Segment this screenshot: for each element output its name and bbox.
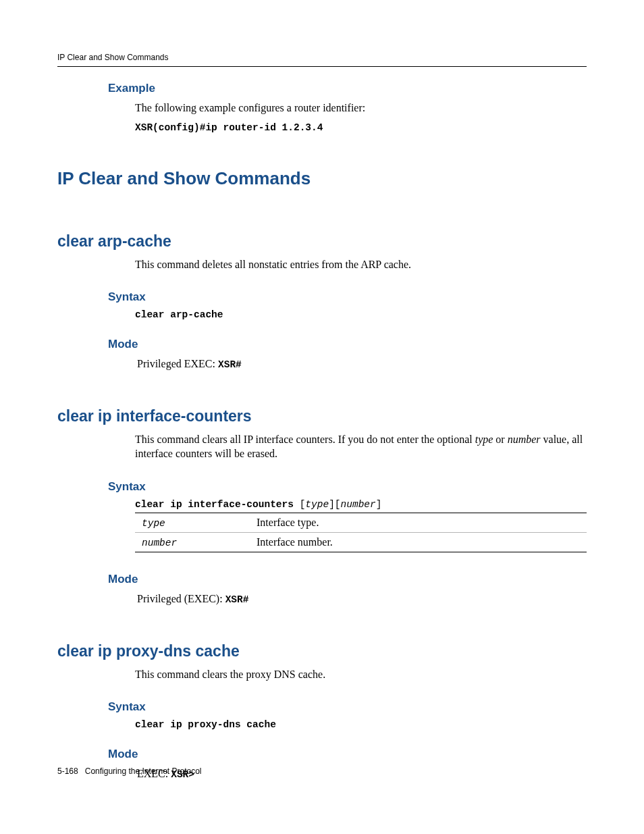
dns-mode-text: EXEC: XSR> bbox=[137, 766, 587, 782]
dns-desc: This command clears the proxy DNS cache. bbox=[135, 667, 587, 682]
arp-desc: This command deletes all nonstatic entri… bbox=[135, 257, 587, 272]
ifc-mode-text: Privileged (EXEC): XSR# bbox=[137, 592, 587, 607]
arp-syntax-heading: Syntax bbox=[108, 290, 587, 304]
ifc-desc-a: This command clears all IP interface cou… bbox=[135, 434, 475, 445]
footer-chapter-title: Configuring the Internet Protocol bbox=[85, 766, 202, 776]
ifc-param-table: type Interface type. number Interface nu… bbox=[135, 513, 587, 552]
footer-page-number: 5-168 bbox=[57, 766, 78, 776]
table-row: type Interface type. bbox=[135, 513, 587, 532]
ifc-syntax-cmd-d: ][ bbox=[329, 499, 340, 510]
ifc-param-desc-0: Interface type. bbox=[257, 517, 319, 529]
ifc-desc: This command clears all IP interface cou… bbox=[135, 432, 587, 461]
arp-mode-prompt: XSR# bbox=[218, 359, 242, 370]
table-row: number Interface number. bbox=[135, 532, 587, 552]
ifc-syntax-cmd-e: number bbox=[341, 499, 376, 510]
ifc-syntax-cmd: clear ip interface-counters [type][numbe… bbox=[135, 499, 587, 510]
ifc-desc-c: or bbox=[493, 434, 507, 445]
arp-mode-heading: Mode bbox=[108, 338, 587, 351]
example-code: XSR(config)#ip router-id 1.2.3.4 bbox=[135, 122, 587, 133]
ifc-param-name-1: number bbox=[142, 538, 257, 548]
example-heading: Example bbox=[108, 82, 587, 95]
running-header: IP Clear and Show Commands bbox=[57, 53, 587, 67]
dns-heading: clear ip proxy-dns cache bbox=[57, 642, 587, 660]
ifc-desc-b: type bbox=[475, 434, 493, 445]
ifc-syntax-heading: Syntax bbox=[108, 480, 587, 494]
arp-syntax-cmd: clear arp-cache bbox=[135, 309, 587, 320]
dns-mode-heading: Mode bbox=[108, 748, 587, 761]
example-text: The following example configures a route… bbox=[135, 101, 587, 115]
ifc-syntax-cmd-c: type bbox=[305, 499, 329, 510]
ifc-mode-heading: Mode bbox=[108, 573, 587, 586]
section-h1: IP Clear and Show Commands bbox=[57, 168, 587, 189]
ifc-mode-prompt: XSR# bbox=[225, 594, 249, 605]
dns-syntax-cmd: clear ip proxy-dns cache bbox=[135, 719, 587, 730]
dns-syntax-heading: Syntax bbox=[108, 700, 587, 714]
page-footer: 5-168 Configuring the Internet Protocol bbox=[57, 766, 202, 776]
arp-mode-prefix: Privileged EXEC: bbox=[137, 358, 218, 369]
ifc-param-desc-1: Interface number. bbox=[257, 536, 333, 548]
ifc-heading: clear ip interface-counters bbox=[57, 407, 587, 425]
ifc-desc-d: number bbox=[508, 434, 541, 445]
ifc-mode-prefix: Privileged (EXEC): bbox=[137, 593, 225, 604]
arp-mode-text: Privileged EXEC: XSR# bbox=[137, 357, 587, 372]
page: IP Clear and Show Commands Example The f… bbox=[0, 0, 644, 834]
arp-heading: clear arp-cache bbox=[57, 232, 587, 251]
ifc-syntax-cmd-a: clear ip interface-counters bbox=[135, 499, 300, 510]
ifc-param-name-0: type bbox=[142, 518, 257, 529]
ifc-syntax-cmd-f: ] bbox=[376, 499, 382, 510]
